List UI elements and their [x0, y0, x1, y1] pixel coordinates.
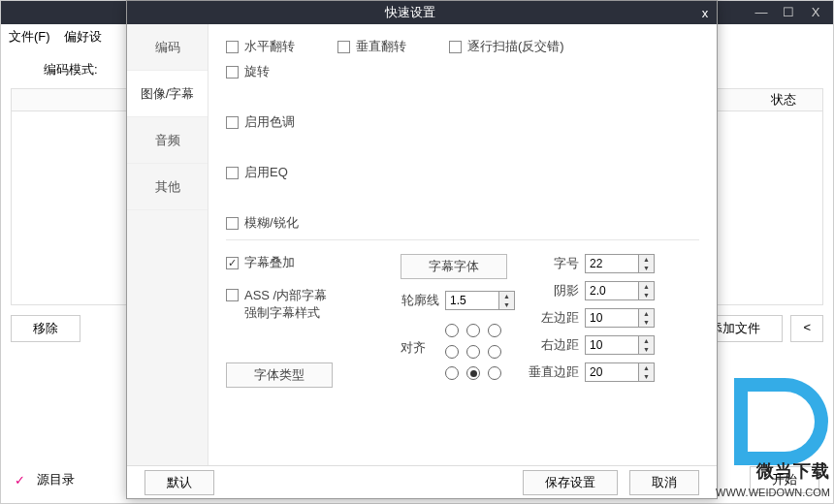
checkbox-blur[interactable] [226, 217, 239, 230]
menu-pref[interactable]: 偏好设 [64, 28, 102, 46]
align-bc[interactable] [466, 366, 480, 380]
label-blur: 模糊/锐化 [244, 214, 299, 232]
checkbox-eq[interactable] [226, 167, 239, 179]
watermark-text: 微当下载 [756, 459, 830, 483]
label-hue: 启用色调 [244, 113, 295, 131]
cancel-button[interactable]: 取消 [629, 470, 699, 495]
label-ass-force: ASS /内部字幕 强制字幕样式 [244, 287, 327, 322]
shadow-label: 阴影 [525, 282, 579, 299]
tab-encode[interactable]: 编码 [127, 24, 208, 71]
outline-spinner[interactable]: ▲▼ [445, 291, 515, 310]
outline-label: 轮廓线 [401, 292, 439, 309]
align-label: 对齐 [401, 322, 426, 357]
align-br[interactable] [488, 366, 501, 380]
margin-v-input[interactable] [585, 362, 639, 382]
checkbox-hue[interactable] [226, 116, 239, 129]
dialog-content: 水平翻转 垂直翻转 逐行扫描(反交错) 旋转 启用色调 启用EQ 模糊/锐化 [208, 24, 717, 465]
down-icon[interactable]: ▼ [639, 291, 654, 299]
menu-file[interactable]: 文件(F) [9, 28, 50, 46]
col-status: 状态 [745, 91, 822, 109]
checkbox-vflip[interactable] [337, 41, 350, 53]
label-deinterlace: 逐行扫描(反交错) [467, 38, 564, 55]
save-button[interactable]: 保存设置 [523, 470, 618, 495]
align-tl[interactable] [445, 324, 459, 337]
tab-image-subtitle[interactable]: 图像/字幕 [127, 71, 208, 117]
default-button[interactable]: 默认 [144, 470, 214, 495]
down-icon[interactable]: ▼ [639, 318, 654, 327]
down-icon[interactable]: ▼ [639, 345, 654, 354]
dialog-titlebar: 快速设置 x [127, 1, 717, 24]
margin-r-input[interactable] [585, 335, 639, 355]
align-grid [443, 322, 503, 382]
down-icon[interactable]: ▼ [639, 372, 654, 381]
fontsize-label: 字号 [525, 255, 579, 272]
margin-r-spinner[interactable]: ▲▼ [585, 335, 655, 355]
up-icon[interactable]: ▲ [499, 292, 514, 300]
dialog-title: 快速设置 [127, 4, 693, 21]
up-icon[interactable]: ▲ [639, 336, 654, 345]
align-ml[interactable] [445, 345, 459, 359]
maximize-icon[interactable]: ☐ [775, 3, 802, 22]
margin-l-label: 左边距 [525, 309, 579, 327]
close-icon[interactable]: X [802, 3, 829, 22]
label-rotate: 旋转 [244, 63, 270, 80]
margin-r-label: 右边距 [525, 336, 579, 354]
margin-l-input[interactable] [585, 308, 639, 328]
shadow-input[interactable] [585, 281, 639, 300]
checkbox-deinterlace[interactable] [449, 41, 462, 53]
small-button[interactable]: < [790, 315, 823, 342]
close-icon[interactable]: x [693, 6, 717, 20]
fontsize-spinner[interactable]: ▲▼ [585, 254, 655, 273]
quick-settings-dialog: 快速设置 x 编码 图像/字幕 音频 其他 水平翻转 垂直翻转 逐行扫描(反交错… [126, 0, 718, 499]
checkbox-sub-overlay[interactable] [226, 257, 239, 269]
checkbox-rotate[interactable] [226, 66, 239, 79]
margin-l-spinner[interactable]: ▲▼ [585, 308, 655, 328]
align-tr[interactable] [488, 324, 501, 337]
watermark-url: WWW.WEIDOWN.COM [716, 487, 830, 498]
margin-v-spinner[interactable]: ▲▼ [585, 362, 655, 382]
label-eq: 启用EQ [244, 164, 288, 181]
align-bl[interactable] [445, 366, 459, 380]
margin-v-label: 垂直边距 [525, 363, 579, 381]
tab-other[interactable]: 其他 [127, 164, 208, 210]
shadow-spinner[interactable]: ▲▼ [585, 281, 655, 300]
subtitle-font-button[interactable]: 字幕字体 [401, 254, 507, 279]
align-tc[interactable] [466, 324, 480, 337]
label-vflip: 垂直翻转 [356, 38, 406, 55]
font-type-button[interactable]: 字体类型 [226, 362, 333, 388]
checkbox-hflip[interactable] [226, 41, 239, 53]
align-mr[interactable] [488, 345, 501, 359]
up-icon[interactable]: ▲ [639, 282, 654, 291]
dialog-sidebar: 编码 图像/字幕 音频 其他 [127, 24, 208, 465]
source-dir-label: 源目录 [37, 471, 75, 488]
up-icon[interactable]: ▲ [639, 363, 654, 372]
down-icon[interactable]: ▼ [499, 300, 514, 309]
dialog-footer: 默认 保存设置 取消 [127, 465, 717, 498]
tab-audio[interactable]: 音频 [127, 117, 208, 164]
fontsize-input[interactable] [585, 254, 639, 273]
align-mc[interactable] [466, 345, 480, 359]
up-icon[interactable]: ▲ [639, 309, 654, 318]
down-icon[interactable]: ▼ [639, 264, 654, 272]
remove-button[interactable]: 移除 [11, 315, 80, 342]
check-icon[interactable]: ✓ [15, 473, 25, 488]
minimize-icon[interactable]: — [748, 3, 775, 22]
up-icon[interactable]: ▲ [639, 255, 654, 264]
checkbox-ass-force[interactable] [226, 289, 239, 301]
label-hflip: 水平翻转 [244, 38, 295, 55]
outline-input[interactable] [445, 291, 499, 310]
label-sub-overlay: 字幕叠加 [244, 254, 295, 271]
